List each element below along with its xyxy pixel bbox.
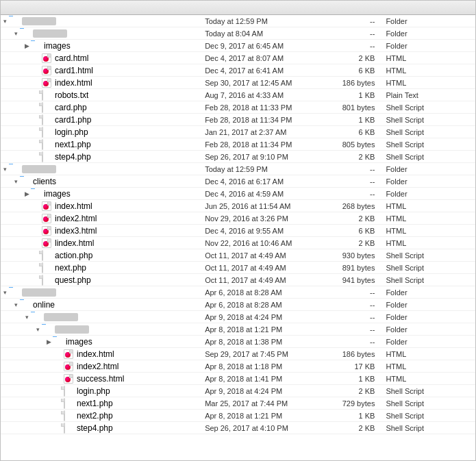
php-file-icon bbox=[42, 151, 43, 162]
table-row[interactable]: step4.phpSep 26, 2017 at 4:10 PM2 KBShel… bbox=[1, 422, 475, 434]
table-row[interactable]: step4.phpSep 26, 2017 at 9:10 PM2 KBShel… bbox=[1, 151, 475, 163]
cell-date: Dec 4, 2017 at 8:07 AM bbox=[202, 53, 328, 63]
cell-kind: Folder bbox=[383, 42, 475, 50]
table-row[interactable]: action.phpOct 11, 2017 at 4:49 AM930 byt… bbox=[1, 249, 475, 262]
cell-date: Sep 26, 2017 at 9:10 PM bbox=[202, 152, 328, 162]
html-file-icon bbox=[42, 78, 51, 88]
cell-name: ▾████ bbox=[1, 28, 202, 39]
cell-date: Feb 28, 2018 at 11:34 PM bbox=[202, 115, 328, 125]
table-row[interactable]: next1.phpMar 25, 2017 at 7:44 PM729 byte… bbox=[1, 397, 475, 410]
cell-name: next.php bbox=[1, 262, 202, 273]
table-row[interactable]: index3.htmlDec 4, 2016 at 9:55 AM6 KBHTM… bbox=[1, 225, 475, 237]
disclosure-toggle[interactable]: ▾ bbox=[12, 30, 20, 37]
html-file-icon bbox=[64, 374, 73, 384]
disclosure-toggle[interactable]: ▾ bbox=[1, 166, 9, 173]
cell-date: Dec 4, 2017 at 6:41 AM bbox=[202, 66, 328, 75]
table-row[interactable]: next1.phpFeb 28, 2018 at 11:34 PM805 byt… bbox=[1, 138, 475, 151]
cell-date: Apr 6, 2018 at 8:28 AM bbox=[202, 300, 328, 310]
disclosure-toggle[interactable]: ▾ bbox=[23, 314, 31, 321]
cell-size: 6 KB bbox=[329, 66, 384, 75]
cell-kind: Shell Script bbox=[383, 412, 475, 420]
table-row[interactable]: success.htmlApr 8, 2018 at 1:41 PM1 KBHT… bbox=[1, 373, 475, 385]
cell-kind: Folder bbox=[383, 288, 475, 297]
file-name-label: online bbox=[33, 300, 55, 310]
cell-name: login.php bbox=[1, 386, 202, 397]
file-name-label: step4.php bbox=[55, 152, 91, 162]
table-row[interactable]: next.phpOct 11, 2017 at 4:49 AM891 bytes… bbox=[1, 262, 475, 274]
cell-name: index.html bbox=[1, 77, 202, 88]
table-row[interactable]: ▶imagesDec 9, 2017 at 6:45 AM--Folder bbox=[1, 40, 475, 52]
table-row[interactable]: login.phpJan 21, 2017 at 2:37 AM6 KBShel… bbox=[1, 126, 475, 138]
disclosure-toggle[interactable]: ▾ bbox=[1, 289, 9, 296]
table-row[interactable]: card1.htmlDec 4, 2017 at 6:41 AM6 KBHTML bbox=[1, 64, 475, 77]
php-file-icon bbox=[42, 139, 43, 150]
cell-kind: Folder bbox=[383, 301, 475, 309]
file-name-label: clients bbox=[33, 177, 56, 186]
file-name-label: next1.php bbox=[77, 399, 113, 408]
cell-date: Apr 8, 2018 at 1:18 PM bbox=[202, 362, 328, 371]
cell-size: 6 KB bbox=[329, 128, 384, 136]
table-row[interactable]: index2.htmlApr 8, 2018 at 1:18 PM17 KBHT… bbox=[1, 360, 475, 373]
cell-name: card.html bbox=[1, 53, 202, 64]
table-row[interactable]: ▾████Today at 8:04 AM--Folder bbox=[1, 27, 475, 40]
cell-kind: Shell Script bbox=[383, 424, 475, 432]
disclosure-toggle[interactable]: ▾ bbox=[34, 326, 42, 333]
cell-name: ▾████ bbox=[1, 312, 202, 323]
table-row[interactable]: ▾██████Today at 12:59 PM--Folder bbox=[1, 15, 475, 27]
table-row[interactable]: ▾████Apr 8, 2018 at 1:21 PM--Folder bbox=[1, 323, 475, 336]
cell-name: lindex.html bbox=[1, 238, 202, 249]
cell-date: Apr 9, 2018 at 4:24 PM bbox=[202, 386, 328, 396]
table-row[interactable]: ▶imagesDec 4, 2016 at 4:59 AM--Folder bbox=[1, 188, 475, 200]
table-header bbox=[1, 1, 475, 15]
table-row[interactable]: lindex.htmlNov 22, 2016 at 10:46 AM2 KBH… bbox=[1, 237, 475, 249]
disclosure-toggle[interactable]: ▾ bbox=[1, 18, 9, 25]
cell-name: index2.html bbox=[1, 213, 202, 224]
header-kind[interactable] bbox=[383, 3, 475, 12]
table-row[interactable]: ▾████Apr 9, 2018 at 4:24 PM--Folder bbox=[1, 311, 475, 323]
table-row[interactable]: ▾██Today at 12:59 PM--Folder bbox=[1, 163, 475, 175]
table-row[interactable]: quest.phpOct 11, 2017 at 4:49 AM941 byte… bbox=[1, 274, 475, 286]
html-file-icon bbox=[42, 53, 51, 63]
table-row[interactable]: card.htmlDec 4, 2017 at 8:07 AM2 KBHTML bbox=[1, 52, 475, 64]
table-row[interactable]: card1.phpFeb 28, 2018 at 11:34 PM1 KBShe… bbox=[1, 114, 475, 126]
table-row[interactable]: next2.phpApr 8, 2018 at 1:21 PM1 KBShell… bbox=[1, 410, 475, 422]
table-row[interactable]: index2.htmlNov 29, 2016 at 3:26 PM2 KBHT… bbox=[1, 212, 475, 225]
cell-date: Apr 8, 2018 at 1:21 PM bbox=[202, 411, 328, 421]
disclosure-toggle[interactable]: ▶ bbox=[23, 42, 31, 49]
cell-name: ▾██ bbox=[1, 164, 202, 175]
disclosure-toggle[interactable]: ▶ bbox=[23, 190, 31, 197]
table-row[interactable]: robots.txtAug 7, 2016 at 4:33 AM1 KBPlai… bbox=[1, 89, 475, 101]
cell-kind: Shell Script bbox=[383, 153, 475, 161]
table-row[interactable]: index.htmlJun 25, 2016 at 11:54 AM268 by… bbox=[1, 200, 475, 212]
header-name[interactable] bbox=[1, 3, 202, 12]
cell-kind: Shell Script bbox=[383, 140, 475, 149]
table-row[interactable]: ▾clientsDec 4, 2016 at 6:17 AM--Folder bbox=[1, 175, 475, 188]
cell-name: ▾██ bbox=[1, 287, 202, 298]
cell-size: 1 KB bbox=[329, 116, 384, 124]
disclosure-toggle[interactable]: ▾ bbox=[12, 178, 20, 185]
cell-date: Dec 9, 2017 at 6:45 AM bbox=[202, 41, 328, 51]
header-size[interactable] bbox=[329, 3, 384, 12]
table-row[interactable]: ▾██Apr 6, 2018 at 8:28 AM--Folder bbox=[1, 286, 475, 299]
cell-kind: HTML bbox=[383, 350, 475, 358]
disclosure-toggle[interactable]: ▾ bbox=[12, 301, 20, 308]
txt-file-icon bbox=[42, 90, 43, 101]
cell-size: 2 KB bbox=[329, 239, 384, 247]
cell-name: ▶images bbox=[1, 40, 202, 51]
cell-name: step4.php bbox=[1, 423, 202, 434]
table-row[interactable]: card.phpFeb 28, 2018 at 11:33 PM801 byte… bbox=[1, 101, 475, 114]
cell-kind: Shell Script bbox=[383, 103, 475, 112]
table-row[interactable]: login.phpApr 9, 2018 at 4:24 PM2 KBShell… bbox=[1, 385, 475, 397]
cell-size: 729 bytes bbox=[329, 399, 384, 408]
table-row[interactable]: ▶imagesApr 8, 2018 at 1:38 PM--Folder bbox=[1, 336, 475, 348]
cell-date: Aug 7, 2016 at 4:33 AM bbox=[202, 90, 328, 100]
cell-size: -- bbox=[329, 338, 384, 346]
table-row[interactable]: index.htmlSep 29, 2017 at 7:45 PM186 byt… bbox=[1, 348, 475, 360]
header-date[interactable] bbox=[202, 3, 328, 12]
table-row[interactable]: index.htmlSep 30, 2017 at 12:45 AM186 by… bbox=[1, 77, 475, 89]
table-row[interactable]: ▾onlineApr 6, 2018 at 8:28 AM--Folder bbox=[1, 299, 475, 311]
cell-date: Dec 4, 2016 at 6:17 AM bbox=[202, 177, 328, 186]
cell-kind: Shell Script bbox=[383, 128, 475, 136]
file-name-label: ████ bbox=[44, 313, 78, 321]
disclosure-toggle[interactable]: ▶ bbox=[45, 338, 53, 345]
